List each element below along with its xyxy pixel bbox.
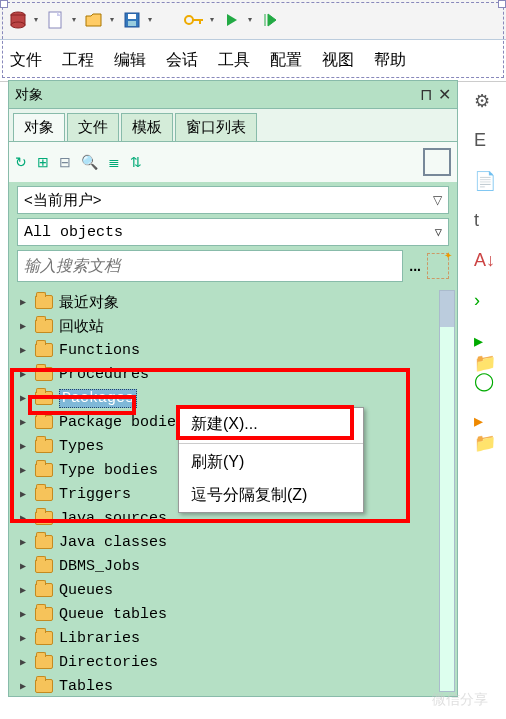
expander-icon[interactable]: ▶ bbox=[17, 536, 29, 548]
tree-item[interactable]: ▶Functions bbox=[17, 338, 437, 362]
dropdown-icon[interactable]: ▾ bbox=[210, 15, 214, 24]
folder-icon bbox=[35, 655, 53, 669]
label-t: t bbox=[474, 210, 498, 234]
folder-orange-icon[interactable]: ▸📁 bbox=[474, 410, 498, 434]
expander-icon[interactable]: ▶ bbox=[17, 464, 29, 476]
tree-item[interactable]: ▶Queue tables bbox=[17, 602, 437, 626]
collapse-icon[interactable]: ⊟ bbox=[59, 154, 71, 170]
scroll-thumb[interactable] bbox=[440, 291, 454, 327]
search-icon[interactable]: 🔍 bbox=[81, 154, 98, 170]
dropdown-icon[interactable]: ▾ bbox=[72, 15, 76, 24]
run-icon[interactable] bbox=[218, 6, 246, 34]
expander-icon[interactable]: ▶ bbox=[17, 368, 29, 380]
tree-item[interactable]: ▶Java classes bbox=[17, 530, 437, 554]
tree-item[interactable]: ▶回收站 bbox=[17, 314, 437, 338]
expander-icon[interactable]: ▶ bbox=[17, 632, 29, 644]
sort-az-icon[interactable]: A↓ bbox=[474, 250, 498, 274]
expander-icon[interactable]: ▶ bbox=[17, 512, 29, 524]
tab-window-list[interactable]: 窗口列表 bbox=[175, 113, 257, 141]
menu-session[interactable]: 会话 bbox=[156, 46, 208, 75]
expander-icon[interactable]: ▶ bbox=[17, 440, 29, 452]
expander-icon[interactable]: ▶ bbox=[17, 608, 29, 620]
close-icon[interactable]: ✕ bbox=[438, 85, 451, 104]
dropdown-icon[interactable]: ▾ bbox=[248, 15, 252, 24]
expander-icon[interactable]: ▶ bbox=[17, 344, 29, 356]
expander-icon[interactable]: ▶ bbox=[17, 488, 29, 500]
expander-icon[interactable]: ▶ bbox=[17, 296, 29, 308]
tree-item[interactable]: ▶Queues bbox=[17, 578, 437, 602]
menu-project[interactable]: 工程 bbox=[52, 46, 104, 75]
tree-item-label: Tables bbox=[59, 678, 113, 695]
expander-icon[interactable]: ▶ bbox=[17, 560, 29, 572]
refresh-icon[interactable]: ↻ bbox=[15, 154, 27, 170]
menu-separator bbox=[179, 443, 363, 444]
filter-combo[interactable]: All objects ▽ bbox=[17, 218, 449, 246]
key-icon[interactable] bbox=[180, 6, 208, 34]
tab-objects[interactable]: 对象 bbox=[13, 113, 65, 141]
pin-icon[interactable]: ⊓ bbox=[420, 85, 432, 104]
tree-item[interactable]: ▶Tables bbox=[17, 674, 437, 696]
expander-icon[interactable]: ▶ bbox=[17, 320, 29, 332]
mini-toolbar: ↻ ⊞ ⊟ 🔍 ≣ ⇅ bbox=[9, 142, 457, 182]
tree-item-label: Libraries bbox=[59, 630, 140, 647]
tree-item[interactable]: ▶Libraries bbox=[17, 626, 437, 650]
open-icon[interactable] bbox=[80, 6, 108, 34]
dropdown-icon[interactable]: ▾ bbox=[34, 15, 38, 24]
tree-item-label: Java classes bbox=[59, 534, 167, 551]
tree-item-label: 最近对象 bbox=[59, 293, 119, 312]
menu-refresh[interactable]: 刷新(Y) bbox=[179, 446, 363, 479]
tree-item-label: Directories bbox=[59, 654, 158, 671]
menu-view[interactable]: 视图 bbox=[312, 46, 364, 75]
tree-item-label: Type bodies bbox=[59, 462, 158, 479]
svg-rect-6 bbox=[128, 21, 136, 26]
expander-icon[interactable]: ▶ bbox=[17, 584, 29, 596]
tab-files[interactable]: 文件 bbox=[67, 113, 119, 141]
filter-icon[interactable]: ≣ bbox=[108, 154, 120, 170]
dropdown-icon[interactable]: ▾ bbox=[148, 15, 152, 24]
menu-new[interactable]: 新建(X)... bbox=[179, 408, 363, 441]
folder-icon bbox=[35, 679, 53, 693]
gear-icon[interactable]: ⚙ bbox=[474, 90, 498, 114]
search-input[interactable] bbox=[17, 250, 403, 282]
tree-item-label: 回收站 bbox=[59, 317, 104, 336]
chevron-right-icon[interactable]: › bbox=[474, 290, 498, 314]
menu-copy-csv[interactable]: 逗号分隔复制(Z) bbox=[179, 479, 363, 512]
tree-item[interactable]: ▶最近对象 bbox=[17, 290, 437, 314]
tree-item[interactable]: ▶Directories bbox=[17, 650, 437, 674]
scrollbar[interactable] bbox=[439, 290, 455, 692]
folder-icon bbox=[35, 463, 53, 477]
menu-config[interactable]: 配置 bbox=[260, 46, 312, 75]
chevron-down-icon: ▽ bbox=[435, 225, 442, 240]
db-icon[interactable] bbox=[4, 6, 32, 34]
folder-icon bbox=[35, 415, 53, 429]
expander-icon[interactable]: ▶ bbox=[17, 680, 29, 692]
sort-icon[interactable]: ⇅ bbox=[130, 154, 142, 170]
menu-tools[interactable]: 工具 bbox=[208, 46, 260, 75]
tree-item[interactable]: ▶DBMS_Jobs bbox=[17, 554, 437, 578]
tree-item[interactable]: ▶Procedures bbox=[17, 362, 437, 386]
menu-help[interactable]: 帮助 bbox=[364, 46, 416, 75]
folder-icon bbox=[35, 559, 53, 573]
context-menu: 新建(X)... 刷新(Y) 逗号分隔复制(Z) bbox=[178, 407, 364, 513]
user-combo[interactable]: <当前用户> ▽ bbox=[17, 186, 449, 214]
save-icon[interactable] bbox=[118, 6, 146, 34]
new-doc-icon[interactable] bbox=[427, 253, 449, 279]
folder-icon bbox=[35, 439, 53, 453]
folder-green-icon[interactable]: ▸📁 bbox=[474, 330, 498, 354]
doc-icon[interactable]: 📄 bbox=[474, 170, 498, 194]
dropdown-icon[interactable]: ▾ bbox=[110, 15, 114, 24]
expander-icon[interactable]: ▶ bbox=[17, 416, 29, 428]
circle-icon[interactable]: ◯ bbox=[474, 370, 498, 394]
tree-item-label: Queue tables bbox=[59, 606, 167, 623]
expander-icon[interactable]: ▶ bbox=[17, 392, 29, 404]
new-doc-icon[interactable] bbox=[42, 6, 70, 34]
browse-button[interactable]: ... bbox=[409, 258, 421, 274]
step-icon[interactable] bbox=[256, 6, 284, 34]
expander-icon[interactable]: ▶ bbox=[17, 656, 29, 668]
filter-combo-text: All objects bbox=[24, 224, 123, 241]
expand-icon[interactable]: ⊞ bbox=[37, 154, 49, 170]
tab-templates[interactable]: 模板 bbox=[121, 113, 173, 141]
menu-file[interactable]: 文件 bbox=[0, 46, 52, 75]
svg-rect-5 bbox=[128, 14, 136, 19]
menu-edit[interactable]: 编辑 bbox=[104, 46, 156, 75]
